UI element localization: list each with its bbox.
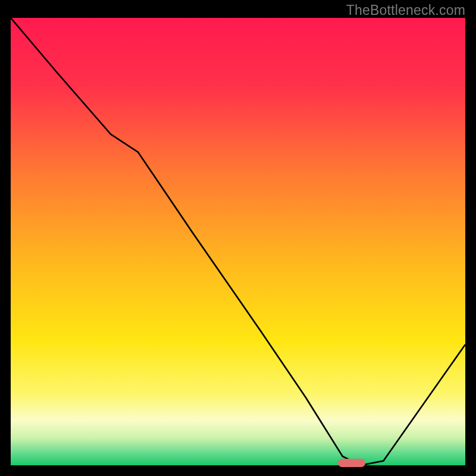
watermark-text: TheBottleneck.com: [346, 2, 465, 18]
optimal-point-marker: [338, 459, 365, 467]
chart-area: [11, 18, 465, 465]
bottleneck-curve-line: [11, 18, 465, 465]
